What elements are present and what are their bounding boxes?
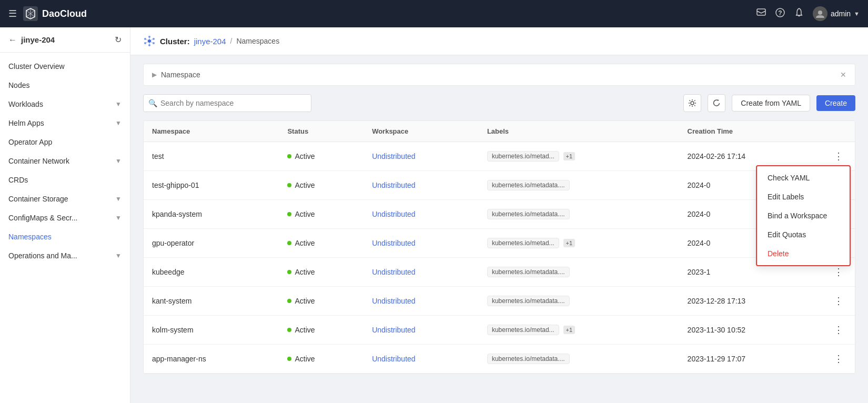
status-dot	[287, 270, 291, 274]
cell-workspace[interactable]: Undistributed	[364, 316, 479, 345]
workspace-link[interactable]: Undistributed	[372, 210, 416, 218]
label-badge: kubernetes.io/metad...	[487, 325, 559, 335]
sidebar-back-button[interactable]: ←	[8, 35, 17, 45]
search-input-wrap: 🔍	[143, 94, 311, 112]
sidebar: ← jinye-204 ↻ Cluster Overview Nodes Wor…	[0, 27, 130, 403]
status-text: Active	[295, 181, 315, 189]
label-count: +1	[563, 239, 576, 247]
cell-actions: ⋮	[822, 287, 855, 316]
workspace-link[interactable]: Undistributed	[372, 355, 416, 363]
user-menu[interactable]: admin ▼	[813, 6, 860, 21]
cell-workspace[interactable]: Undistributed	[364, 287, 479, 316]
workspace-link[interactable]: Undistributed	[372, 326, 416, 334]
cell-workspace[interactable]: Undistributed	[364, 171, 479, 200]
namespace-link[interactable]: app-manager-ns	[152, 355, 206, 363]
dropdown-item-edit-quotas[interactable]: Edit Quotas	[757, 225, 850, 244]
svg-point-4	[818, 11, 822, 15]
search-input[interactable]	[143, 94, 311, 112]
workspace-link[interactable]: Undistributed	[372, 152, 416, 160]
workspace-link[interactable]: Undistributed	[372, 181, 416, 189]
status-text: Active	[295, 210, 315, 218]
sidebar-item-operator-app[interactable]: Operator App	[0, 133, 130, 152]
namespace-link[interactable]: kolm-system	[152, 326, 194, 334]
dropdown-item-delete[interactable]: Delete	[757, 244, 850, 263]
chevron-down-icon: ▼	[115, 157, 122, 165]
create-from-yaml-button[interactable]: Create from YAML	[732, 95, 810, 112]
svg-point-10	[144, 42, 146, 44]
label-badge: kubernetes.io/metadata....	[487, 180, 570, 190]
cell-workspace[interactable]: Undistributed	[364, 142, 479, 171]
row-actions: ⋮Check YAMLEdit LabelsBind a WorkspaceEd…	[831, 149, 846, 163]
namespace-link[interactable]: gpu-operator	[152, 239, 194, 247]
svg-point-18	[691, 102, 694, 105]
user-avatar	[813, 6, 827, 21]
namespace-link[interactable]: test	[152, 152, 164, 160]
help-icon[interactable]: ?	[775, 7, 785, 21]
sidebar-item-nodes[interactable]: Nodes	[0, 76, 130, 95]
namespace-link[interactable]: kpanda-system	[152, 210, 202, 218]
notification-icon[interactable]	[794, 7, 804, 21]
cell-status: Active	[279, 316, 364, 345]
svg-point-8	[144, 38, 146, 40]
filter-bar-close-icon[interactable]: ✕	[840, 70, 846, 79]
cell-creation-time: 2023-12-28 17:13	[679, 287, 822, 316]
row-actions-button[interactable]: ⋮	[831, 352, 846, 366]
cell-workspace[interactable]: Undistributed	[364, 258, 479, 287]
namespace-link[interactable]: kant-system	[152, 297, 191, 305]
namespace-link[interactable]: test-ghippo-01	[152, 181, 199, 189]
sidebar-item-label: Container Storage	[8, 195, 68, 203]
namespace-link[interactable]: kubeedge	[152, 268, 185, 276]
table-row: test-ghippo-01ActiveUndistributedkuberne…	[144, 171, 855, 200]
settings-icon-button[interactable]	[683, 94, 701, 112]
sidebar-item-container-network[interactable]: Container Network ▼	[0, 152, 130, 170]
status-text: Active	[295, 355, 315, 363]
sidebar-item-label: Nodes	[8, 81, 29, 89]
cell-workspace[interactable]: Undistributed	[364, 345, 479, 374]
refresh-icon-button[interactable]	[708, 94, 725, 112]
create-button[interactable]: Create	[816, 95, 855, 111]
cell-status: Active	[279, 171, 364, 200]
cell-namespace: kant-system	[144, 287, 279, 316]
col-labels: Labels	[479, 121, 679, 142]
logo: DaoCloud	[23, 6, 87, 21]
row-actions-button[interactable]: ⋮	[831, 149, 846, 163]
row-actions-button[interactable]: ⋮	[831, 323, 846, 337]
cell-creation-time: 2023-11-30 10:52	[679, 316, 822, 345]
cell-namespace: test-ghippo-01	[144, 171, 279, 200]
label-badge: kubernetes.io/metadata....	[487, 209, 570, 219]
sidebar-refresh-button[interactable]: ↻	[115, 35, 122, 45]
cell-labels: kubernetes.io/metadata....	[479, 258, 679, 287]
workspace-link[interactable]: Undistributed	[372, 239, 416, 247]
dropdown-item-bind-a-workspace[interactable]: Bind a Workspace	[757, 206, 850, 225]
sidebar-item-configmaps[interactable]: ConfigMaps & Secr... ▼	[0, 208, 130, 227]
sidebar-item-container-storage[interactable]: Container Storage ▼	[0, 189, 130, 208]
sidebar-item-label: Operator App	[8, 138, 52, 146]
row-actions-button[interactable]: ⋮	[831, 294, 846, 308]
cell-workspace[interactable]: Undistributed	[364, 229, 479, 258]
table-row: kpanda-systemActiveUndistributedkubernet…	[144, 200, 855, 229]
breadcrumb-cluster-name[interactable]: jinye-204	[194, 37, 226, 46]
status-dot	[287, 299, 291, 303]
cell-workspace[interactable]: Undistributed	[364, 200, 479, 229]
table-row: testActiveUndistributedkubernetes.io/met…	[144, 142, 855, 171]
dropdown-item-edit-labels[interactable]: Edit Labels	[757, 187, 850, 206]
sidebar-item-cluster-overview[interactable]: Cluster Overview	[0, 57, 130, 76]
sidebar-item-workloads[interactable]: Workloads ▼	[0, 95, 130, 114]
row-actions: ⋮	[831, 265, 846, 279]
status-dot	[287, 357, 291, 361]
table-row: kubeedgeActiveUndistributedkubernetes.io…	[144, 258, 855, 287]
namespace-filter-bar[interactable]: ▶ Namespace ✕	[143, 64, 855, 86]
dropdown-item-check-yaml[interactable]: Check YAML	[757, 168, 850, 187]
row-actions-button[interactable]: ⋮	[831, 265, 846, 279]
sidebar-item-helm-apps[interactable]: Helm Apps ▼	[0, 114, 130, 133]
col-namespace: Namespace	[144, 121, 279, 142]
sidebar-item-crds[interactable]: CRDs	[0, 170, 130, 189]
cell-status: Active	[279, 258, 364, 287]
sidebar-item-operations[interactable]: Operations and Ma... ▼	[0, 246, 130, 265]
message-icon[interactable]	[756, 7, 766, 21]
menu-icon[interactable]: ☰	[8, 8, 17, 19]
workspace-link[interactable]: Undistributed	[372, 268, 416, 276]
sidebar-item-namespaces[interactable]: Namespaces	[0, 227, 130, 246]
cell-labels: kubernetes.io/metad...+1	[479, 316, 679, 345]
workspace-link[interactable]: Undistributed	[372, 297, 416, 305]
